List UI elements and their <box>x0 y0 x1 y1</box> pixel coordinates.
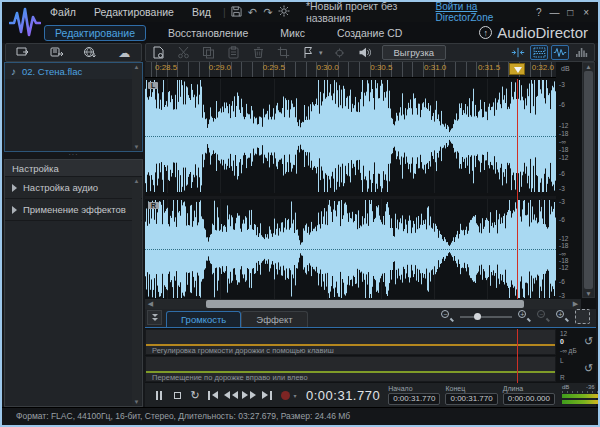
marker-caret-icon[interactable]: ▾ <box>319 49 323 57</box>
meter-scale: dB -36 0 <box>562 384 600 391</box>
scroll-down-icon[interactable]: ▼ <box>134 399 140 405</box>
close-button[interactable]: × <box>578 7 594 18</box>
zoom-controls: − + − + <box>441 309 596 327</box>
expand-arrow-icon <box>12 206 17 214</box>
speaker-icon[interactable] <box>357 45 373 60</box>
paste-icon[interactable] <box>225 45 241 60</box>
scroll-right-icon[interactable]: ▶ <box>570 300 581 308</box>
undo-icon[interactable]: ↶ <box>244 6 260 19</box>
settings-item-label: Настройка аудио <box>23 182 98 193</box>
zoom-slider-thumb[interactable] <box>474 313 481 320</box>
stop-button[interactable] <box>168 387 186 403</box>
length-value[interactable]: 0:00:00.000 <box>503 393 555 405</box>
region-view-icon[interactable] <box>530 45 548 60</box>
playhead-line[interactable] <box>517 79 518 299</box>
file-settings-icon[interactable] <box>150 45 166 60</box>
record-button[interactable]: ▾ <box>280 387 298 403</box>
tab-effect[interactable]: Эффект <box>241 311 307 327</box>
upload-button[interactable]: Выгрузка <box>382 45 447 60</box>
loop-button[interactable]: ↻ <box>186 387 204 403</box>
rewind-button[interactable] <box>222 387 240 403</box>
settings-item-audio[interactable]: Настройка аудио <box>5 177 142 199</box>
pan-reset-icon[interactable]: ↺ <box>581 356 596 382</box>
minimize-button[interactable]: — <box>547 7 563 18</box>
directorzone-download-icon[interactable] <box>82 45 98 60</box>
copy-icon[interactable] <box>200 45 216 60</box>
delete-icon[interactable] <box>250 45 266 60</box>
waveform-channel-left[interactable]: L <box>145 79 556 193</box>
tab-restore[interactable]: Восстановление <box>158 26 258 40</box>
chevron-down-icon <box>152 314 158 317</box>
cut-icon[interactable] <box>175 45 191 60</box>
tab-create-cd[interactable]: Создание CD <box>327 26 412 40</box>
menu-view[interactable]: Вид <box>183 6 220 18</box>
waveform-horizontal-scrollbar[interactable]: ◀ ▶ <box>145 299 581 309</box>
waveform-vertical-scrollbar[interactable]: ▲ ▼ <box>582 62 595 298</box>
waveform-view-icon[interactable] <box>551 45 569 60</box>
menu-edit[interactable]: Редактирование <box>85 6 183 18</box>
waveform-channel-right[interactable]: R <box>145 196 556 299</box>
ruler-tick: 0:28.5 <box>155 63 177 72</box>
zoom-out-icon[interactable]: − <box>441 310 454 323</box>
start-value[interactable]: 0:00:31.770 <box>388 393 440 405</box>
scroll-up-icon[interactable]: ▲ <box>134 178 140 184</box>
scrollbar-thumb[interactable] <box>584 71 593 289</box>
scroll-down-icon[interactable]: ▼ <box>134 144 140 150</box>
trim-icon[interactable] <box>275 45 291 60</box>
scrollbar-track[interactable] <box>156 300 570 308</box>
media-item[interactable]: ♪ 02. Стена.flac <box>5 63 142 79</box>
pause-button[interactable] <box>150 387 168 403</box>
save-icon[interactable] <box>229 6 245 19</box>
settings-item-effects[interactable]: Применение эффектов <box>5 199 142 221</box>
scroll-down-icon[interactable]: ▼ <box>585 290 591 297</box>
forward-button[interactable] <box>240 387 258 403</box>
tab-volume[interactable]: Громкость <box>166 311 241 327</box>
volume-reset-icon[interactable]: ↺ <box>581 329 596 355</box>
maximize-button[interactable]: □ <box>562 7 578 18</box>
scrollbar-thumb[interactable] <box>206 300 524 308</box>
scroll-up-icon[interactable]: ▲ <box>134 64 140 70</box>
settings-gear-icon[interactable] <box>276 5 292 19</box>
playhead-flag[interactable] <box>509 63 525 75</box>
db-unit-label: dB <box>561 65 570 72</box>
menu-file[interactable]: Файл <box>41 6 85 18</box>
record-caret-icon[interactable]: ▾ <box>293 392 296 399</box>
tab-edit[interactable]: Редактирование <box>44 25 146 41</box>
app-name: AudioDirector <box>497 24 588 41</box>
go-to-start-button[interactable] <box>204 387 222 403</box>
scroll-left-icon[interactable]: ◀ <box>145 300 156 308</box>
zoom-slider[interactable] <box>460 312 512 322</box>
meter-ticks <box>562 391 600 393</box>
zero-line <box>145 249 556 250</box>
music-note-icon: ♪ <box>11 66 16 77</box>
snap-icon[interactable] <box>509 45 527 60</box>
vertical-zoom-in-icon[interactable]: + <box>556 310 569 323</box>
fit-to-screen-button[interactable] <box>575 309 590 324</box>
zoom-in-icon[interactable]: + <box>518 310 531 323</box>
marker-icon[interactable] <box>300 45 316 60</box>
export-library-icon[interactable] <box>49 45 65 60</box>
end-value[interactable]: 0:00:31.770 <box>445 393 497 405</box>
toolbar-right-group: ▾ Выгрузка <box>145 43 595 62</box>
media-item-label: 02. Стена.flac <box>22 66 82 77</box>
scroll-up-icon[interactable]: ▲ <box>585 63 591 70</box>
tab-mix[interactable]: Микс <box>270 26 315 40</box>
keyframe-marker-icon[interactable] <box>332 45 348 60</box>
settings-scrollbar[interactable]: ▲ ▼ <box>132 178 141 405</box>
directorzone-link[interactable]: Войти на DirectorZone <box>435 1 530 23</box>
media-scrollbar[interactable]: ▲ ▼ <box>132 64 141 150</box>
pan-lane[interactable]: Перемещение по дорожке вправо или влево <box>145 356 556 382</box>
db-scale-left: -3-6 -12-18 -∞-18 -12-6 -3 <box>557 79 581 193</box>
time-ruler[interactable]: 0:28.5 0:29.0 0:29.5 0:30.0 0:30.5 0:31.… <box>145 62 556 78</box>
cloud-icon[interactable]: ☁ <box>116 45 132 60</box>
vertical-zoom-out-icon[interactable]: − <box>537 310 550 323</box>
panel-splitter[interactable]: ··· <box>4 152 143 159</box>
import-media-icon[interactable] <box>15 45 31 60</box>
volume-lane[interactable]: Регулировка громкости дорожки с помощью … <box>145 329 556 355</box>
collapse-panel-button[interactable] <box>147 310 162 325</box>
spectral-view-icon[interactable] <box>572 45 590 60</box>
ruler-tick: 0:32.0 <box>532 63 554 72</box>
help-button[interactable]: ? <box>531 7 547 18</box>
redo-icon[interactable]: ↷ <box>260 6 276 19</box>
go-to-end-button[interactable] <box>258 387 276 403</box>
